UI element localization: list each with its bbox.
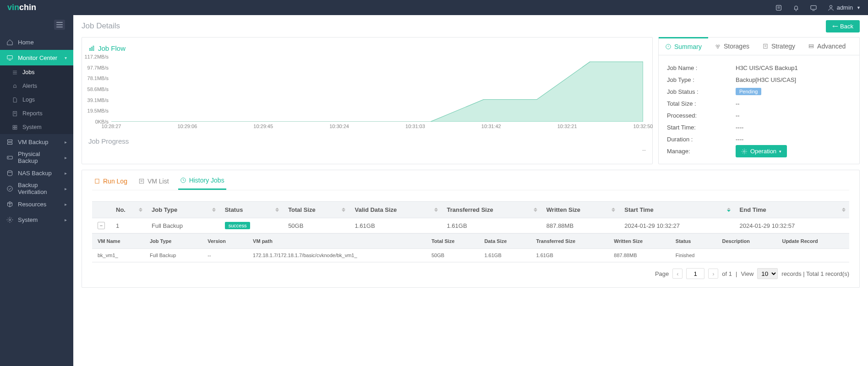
sidebar-subitem-jobs[interactable]: Jobs: [0, 65, 73, 79]
svg-rect-16: [90, 48, 91, 50]
sidebar: HomeMonitor Center▾JobsAlertsLogsReports…: [0, 15, 73, 366]
sidebar-subitem-alerts[interactable]: Alerts: [0, 79, 73, 93]
y-tick: 39.1MB/s: [87, 97, 109, 103]
y-tick: 19.5MB/s: [87, 108, 109, 113]
svg-rect-0: [776, 5, 781, 10]
user-menu[interactable]: admin▼: [827, 4, 861, 11]
summary-row: Processed:--: [667, 109, 851, 121]
chevron-down-icon: ▼: [857, 5, 861, 10]
topbar: vinchin admin▼: [0, 0, 868, 15]
bell-icon[interactable]: [792, 4, 800, 11]
col-transferred-size[interactable]: Transferred Size: [442, 202, 541, 218]
detail-tabs: Run LogVM ListHistory Jobs: [92, 177, 849, 190]
pager-view-label: View: [741, 270, 753, 277]
monitor-icon: [6, 54, 13, 61]
tab-icon: [665, 43, 671, 50]
job-progress-title: Job Progress: [88, 137, 646, 145]
history-table: No.Job TypeStatusTotal SizeValid Data Si…: [92, 201, 849, 263]
tab-icon: [138, 178, 145, 184]
y-tick: 97.7MB/s: [87, 65, 109, 70]
tab-advanced[interactable]: Advanced: [802, 38, 852, 55]
summary-row: Total Size :--: [667, 97, 851, 109]
summary-row: Start Time:----: [667, 121, 851, 133]
status-badge: success: [225, 222, 251, 229]
tab-storages[interactable]: Storages: [708, 38, 756, 55]
svg-rect-18: [93, 46, 94, 50]
sidebar-toggle-button[interactable]: [54, 20, 65, 30]
col-job-type[interactable]: Job Type: [146, 202, 219, 218]
svg-point-22: [718, 45, 720, 47]
y-tick: 117.2MB/s: [84, 54, 109, 59]
svg-point-23: [717, 47, 719, 48]
tab-icon: [180, 177, 186, 183]
svg-rect-8: [15, 128, 17, 129]
tab-icon: [762, 43, 769, 49]
col-start-time[interactable]: Start Time: [619, 202, 734, 218]
svg-point-14: [7, 186, 12, 191]
sidebar-subitem-logs[interactable]: Logs: [0, 93, 73, 107]
bell-icon: [12, 83, 18, 89]
sidebar-item-system[interactable]: System▸: [0, 212, 73, 227]
job-flow-panel: Job Flow 0KB/s19.5MB/s39.1MB/s58.6MB/s78…: [82, 37, 653, 164]
chart-icon: [88, 45, 95, 52]
note-icon[interactable]: [775, 4, 782, 11]
chevron-icon: ▸: [65, 217, 67, 222]
sidebar-item-monitor-center[interactable]: Monitor Center▾: [0, 50, 73, 65]
sidebar-item-physical-backup[interactable]: Physical Backup▸: [0, 150, 73, 165]
tab-strategy[interactable]: Strategy: [756, 38, 802, 55]
check-icon: [6, 185, 13, 192]
tab-history-jobs[interactable]: History Jobs: [178, 177, 226, 190]
x-tick: 10:32:21: [557, 124, 577, 129]
svg-rect-9: [8, 140, 12, 141]
tab-summary[interactable]: Summary: [659, 37, 708, 55]
x-tick: 10:28:27: [102, 124, 121, 129]
list-icon: [12, 70, 18, 75]
chevron-icon: ▸: [65, 140, 67, 145]
sidebar-item-backup-verification[interactable]: Backup Verification▸: [0, 181, 73, 196]
tab-icon: [94, 178, 100, 184]
col-end-time[interactable]: End Time: [734, 202, 849, 218]
sidebar-item-home[interactable]: Home: [0, 34, 73, 50]
svg-rect-25: [809, 45, 813, 46]
sidebar-item-vm-backup[interactable]: VM Backup▸: [0, 134, 73, 150]
x-tick: 10:31:42: [481, 124, 501, 129]
doc-icon: [12, 111, 18, 117]
svg-point-15: [9, 219, 11, 221]
table-subrow: VM NameJob TypeVersionVM pathTotal SizeD…: [92, 233, 849, 263]
tab-vm-list[interactable]: VM List: [136, 177, 171, 190]
pager-next[interactable]: ›: [708, 269, 718, 279]
col-no-[interactable]: No.: [110, 202, 146, 218]
file-icon: [12, 97, 18, 103]
screen-icon[interactable]: [810, 4, 817, 11]
row-expander[interactable]: −: [98, 222, 105, 229]
pager-prev[interactable]: ‹: [672, 269, 682, 279]
topbar-actions: admin▼: [775, 4, 861, 11]
col-total-size[interactable]: Total Size: [283, 202, 349, 218]
col-written-size[interactable]: Written Size: [541, 202, 619, 218]
y-tick: 58.6MB/s: [87, 86, 109, 92]
job-flow-title: Job Flow: [88, 42, 646, 54]
pager-page-input[interactable]: [686, 268, 704, 279]
operation-button[interactable]: Operation▾: [736, 145, 787, 157]
pager-label: Page: [655, 270, 669, 277]
x-tick: 10:30:24: [329, 124, 349, 129]
svg-rect-10: [8, 142, 12, 144]
chevron-icon: ▸: [65, 155, 67, 160]
summary-tabs: SummaryStoragesStrategyAdvanced: [659, 38, 859, 55]
sidebar-item-resources[interactable]: Resources▸: [0, 196, 73, 212]
chevron-icon: ▸: [65, 202, 67, 207]
svg-rect-28: [95, 179, 99, 183]
sidebar-subitem-system[interactable]: System: [0, 120, 73, 134]
col-status[interactable]: Status: [219, 202, 283, 218]
sidebar-subitem-reports[interactable]: Reports: [0, 107, 73, 120]
pager-size-select[interactable]: 10: [757, 268, 778, 279]
server-icon: [6, 139, 13, 145]
svg-rect-3: [7, 55, 12, 59]
sidebar-item-nas-backup[interactable]: NAS Backup▸: [0, 165, 73, 181]
tab-run-log[interactable]: Run Log: [92, 177, 129, 190]
svg-rect-5: [13, 125, 15, 127]
svg-rect-29: [139, 179, 143, 183]
col-valid-data-size[interactable]: Valid Data Size: [349, 202, 441, 218]
logo: vinchin: [7, 3, 36, 12]
back-button[interactable]: 🡐Back: [826, 20, 860, 32]
